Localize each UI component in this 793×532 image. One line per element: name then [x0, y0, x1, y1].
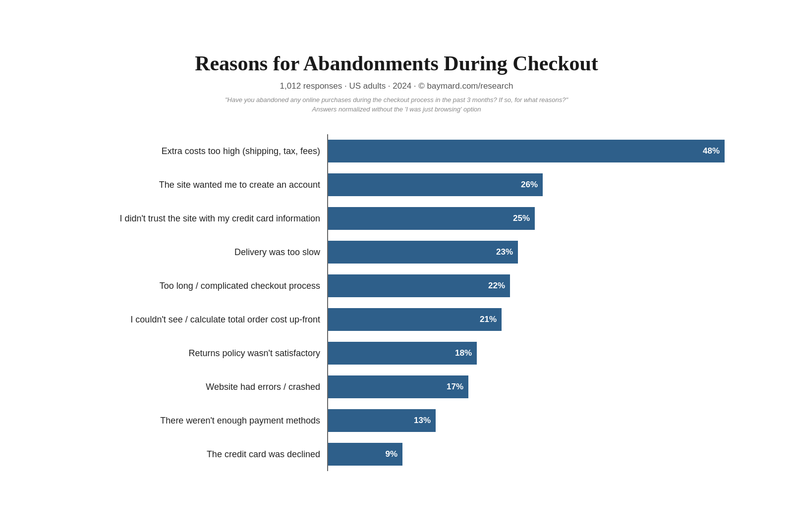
bar-row: Extra costs too high (shipping, tax, fee… [328, 134, 699, 168]
bar-row: Website had errors / crashed17% [328, 370, 699, 404]
bar-label: The site wanted me to create an account [92, 179, 320, 190]
bar-value: 9% [385, 449, 397, 459]
bar: 25% [328, 207, 535, 230]
bar-value: 18% [455, 348, 472, 358]
chart-meta: 1,012 responses · US adults · 2024 · © b… [94, 81, 699, 91]
bar: 26% [328, 173, 543, 196]
bar: 17% [328, 375, 468, 398]
bar: 21% [328, 308, 502, 331]
bar-label: Extra costs too high (shipping, tax, fee… [92, 146, 320, 156]
chart-rows-wrapper: Extra costs too high (shipping, tax, fee… [327, 134, 699, 471]
bar-value: 25% [513, 213, 530, 223]
bar-row: There weren't enough payment methods13% [328, 404, 699, 437]
bar: 22% [328, 274, 510, 297]
bar-row: The site wanted me to create an account2… [328, 168, 699, 202]
bar-value: 17% [447, 382, 463, 392]
bar-value: 21% [480, 315, 497, 324]
bar: 48% [328, 140, 725, 162]
bar-row: Returns policy wasn't satisfactory18% [328, 336, 699, 370]
bar: 13% [328, 409, 436, 432]
bar-value: 48% [703, 146, 720, 156]
bar-label: There weren't enough payment methods [92, 415, 320, 426]
bar: 9% [328, 443, 402, 466]
chart-note: "Have you abandoned any online purchases… [94, 95, 699, 114]
bar-label: I couldn't see / calculate total order c… [92, 314, 320, 324]
bar-label: The credit card was declined [92, 449, 320, 459]
bar-label: Returns policy wasn't satisfactory [92, 348, 320, 358]
chart-container: Reasons for Abandonments During Checkout… [64, 32, 729, 501]
bar: 18% [328, 342, 477, 365]
bar-value: 26% [521, 180, 538, 190]
bar-label: Website had errors / crashed [92, 381, 320, 392]
chart-note-line2: Answers normalized without the 'I was ju… [94, 105, 699, 114]
chart-title: Reasons for Abandonments During Checkout [94, 52, 699, 75]
bar-row: Delivery was too slow23% [328, 235, 699, 269]
bar-value: 22% [488, 281, 505, 291]
bar-value: 13% [414, 416, 431, 426]
bar-row: I couldn't see / calculate total order c… [328, 303, 699, 336]
bar-value: 23% [496, 247, 513, 257]
bar-row: Too long / complicated checkout process2… [328, 269, 699, 303]
bar-row: I didn't trust the site with my credit c… [328, 202, 699, 235]
bar: 23% [328, 241, 518, 264]
bar-label: I didn't trust the site with my credit c… [92, 213, 320, 223]
bar-label: Delivery was too slow [92, 247, 320, 257]
bar-label: Too long / complicated checkout process [92, 280, 320, 291]
chart-note-line1: "Have you abandoned any online purchases… [94, 95, 699, 105]
bar-row: The credit card was declined9% [328, 437, 699, 471]
